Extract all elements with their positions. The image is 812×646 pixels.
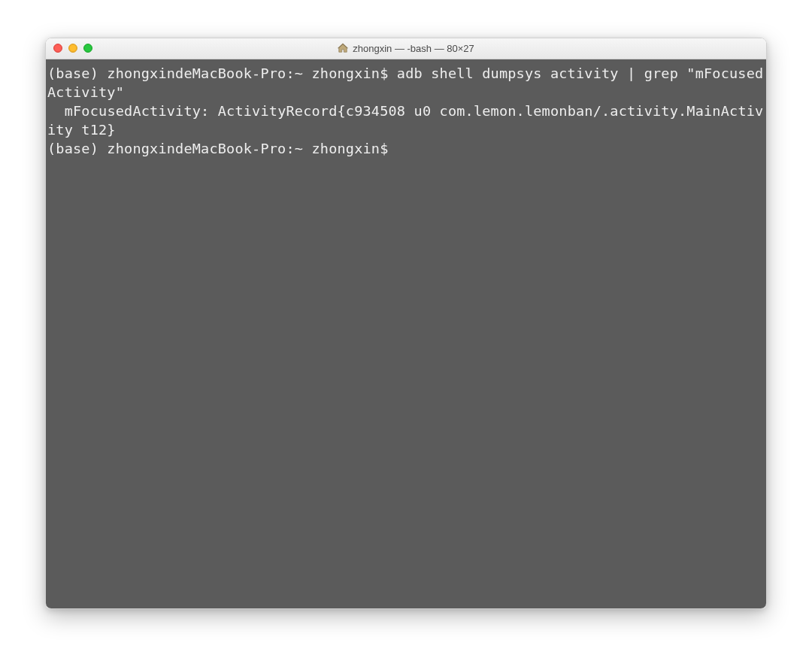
terminal-line: mFocusedActivity: ActivityRecord{c934508…	[47, 103, 763, 138]
titlebar[interactable]: zhongxin — -bash — 80×27	[46, 38, 766, 59]
title-center: zhongxin — -bash — 80×27	[46, 43, 766, 54]
traffic-lights	[53, 44, 92, 53]
home-icon	[338, 43, 348, 53]
terminal-line: (base) zhongxindeMacBook-Pro:~ zhongxin$	[47, 141, 397, 156]
window-title: zhongxin — -bash — 80×27	[353, 43, 474, 54]
close-button[interactable]	[53, 44, 62, 53]
minimize-button[interactable]	[68, 44, 77, 53]
terminal-window: zhongxin — -bash — 80×27 (base) zhongxin…	[45, 38, 767, 609]
terminal-line: (base) zhongxindeMacBook-Pro:~ zhongxin$…	[47, 65, 763, 100]
terminal-body[interactable]: (base) zhongxindeMacBook-Pro:~ zhongxin$…	[46, 59, 766, 608]
terminal-content[interactable]: (base) zhongxindeMacBook-Pro:~ zhongxin$…	[47, 64, 765, 159]
maximize-button[interactable]	[83, 44, 92, 53]
